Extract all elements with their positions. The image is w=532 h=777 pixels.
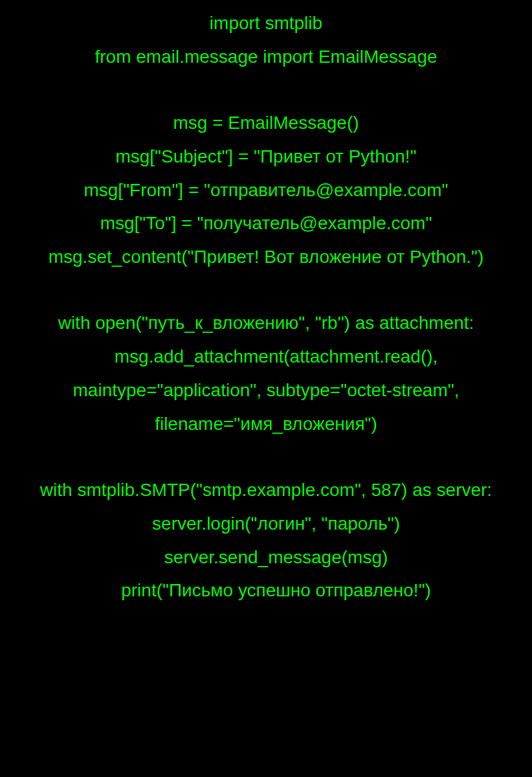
code-line: msg.add_attachment(attachment.read(), ma… — [6, 340, 526, 440]
code-line: server.send_message(msg) — [6, 541, 526, 574]
code-line: msg["To"] = "получатель@example.com" — [6, 207, 526, 240]
code-block: import smtplib from email.message import… — [6, 6, 526, 607]
code-line-empty — [6, 441, 526, 473]
code-line: msg["From"] = "отправитель@example.com" — [6, 174, 526, 207]
code-line-empty — [6, 74, 526, 106]
code-line: msg.set_content("Привет! Вот вложение от… — [6, 240, 526, 274]
code-line: with open("путь_к_вложению", "rb") as at… — [6, 306, 526, 340]
code-line-empty — [6, 274, 526, 306]
code-line: import smtplib — [6, 6, 526, 40]
code-line: msg = EmailMessage() — [6, 106, 526, 140]
code-line: from email.message import EmailMessage — [6, 40, 526, 74]
code-line: with smtplib.SMTP("smtp.example.com", 58… — [6, 473, 526, 507]
code-line: msg["Subject"] = "Привет от Python!" — [6, 140, 526, 174]
code-line: print("Письмо успешно отправлено!") — [6, 574, 526, 607]
code-line: server.login("логин", "пароль") — [6, 507, 526, 541]
